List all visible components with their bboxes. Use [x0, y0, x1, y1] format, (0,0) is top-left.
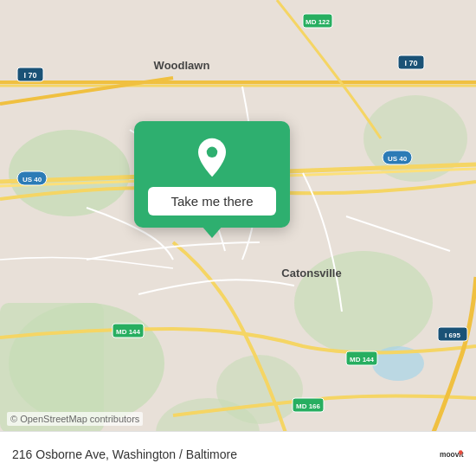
svg-text:Catonsville: Catonsville — [281, 267, 341, 280]
svg-text:US 40: US 40 — [388, 155, 408, 163]
map-attribution: © OpenStreetMap contributors — [7, 412, 143, 426]
svg-text:MD 122: MD 122 — [306, 18, 331, 26]
address-label: 216 Osborne Ave, Washington / Baltimore — [12, 447, 237, 461]
svg-point-38 — [459, 450, 463, 454]
svg-text:MD 144: MD 144 — [116, 328, 141, 336]
moovit-logo: moovit — [440, 442, 464, 466]
svg-text:MD 144: MD 144 — [350, 356, 375, 363]
svg-text:I 695: I 695 — [445, 331, 460, 339]
svg-text:Woodlawn: Woodlawn — [154, 59, 210, 72]
map-container: I 70 I 70 US 40 US 40 US 40 MD 122 MD 14… — [0, 0, 476, 476]
bottom-info-bar: 216 Osborne Ave, Washington / Baltimore … — [0, 431, 476, 476]
location-pin-icon — [191, 137, 233, 178]
svg-text:MD 166: MD 166 — [296, 402, 321, 410]
svg-text:I 70: I 70 — [404, 59, 417, 68]
take-me-there-button[interactable]: Take me there — [148, 187, 276, 215]
map-background: I 70 I 70 US 40 US 40 US 40 MD 122 MD 14… — [0, 0, 476, 476]
popup-card: Take me there — [134, 121, 290, 228]
svg-text:US 40: US 40 — [23, 176, 42, 183]
svg-point-36 — [207, 147, 217, 158]
svg-text:I 70: I 70 — [23, 71, 36, 80]
moovit-logo-icon: moovit — [440, 442, 464, 466]
